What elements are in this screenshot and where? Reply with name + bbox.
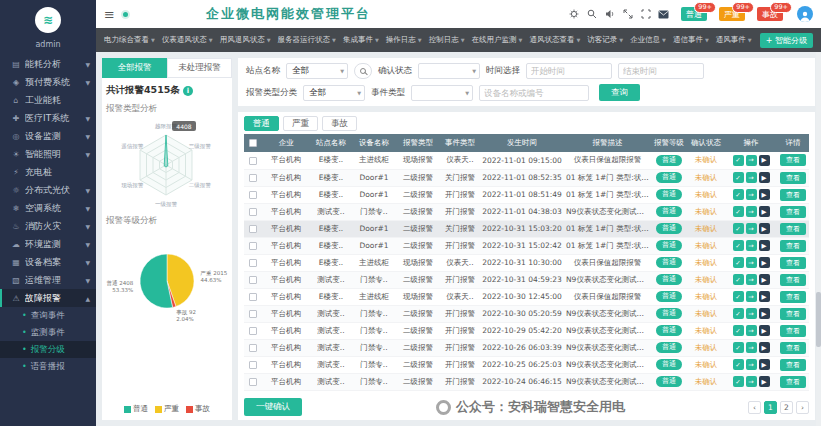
video-icon[interactable]: ▶ bbox=[759, 240, 770, 251]
view-button[interactable]: 查看 bbox=[780, 154, 806, 166]
forward-icon[interactable]: → bbox=[746, 257, 757, 268]
row-checkbox[interactable] bbox=[249, 242, 257, 250]
navbar-item-4[interactable]: 集成事件▼ bbox=[343, 35, 379, 45]
site-search-button[interactable] bbox=[354, 63, 372, 79]
row-checkbox[interactable] bbox=[249, 191, 257, 199]
video-icon[interactable]: ▶ bbox=[759, 308, 770, 319]
page-button-2[interactable]: 2 bbox=[780, 401, 793, 414]
forward-icon[interactable]: → bbox=[746, 155, 757, 166]
confirm-icon[interactable]: ✓ bbox=[733, 206, 744, 217]
row-checkbox[interactable] bbox=[249, 327, 257, 335]
confirm-icon[interactable]: ✓ bbox=[733, 325, 744, 336]
view-button[interactable]: 查看 bbox=[780, 240, 806, 252]
row-checkbox[interactable] bbox=[249, 378, 257, 386]
video-icon[interactable]: ▶ bbox=[759, 274, 770, 285]
navbar-item-3[interactable]: 服务器运行状态▼ bbox=[278, 35, 336, 45]
sidebar-item-12[interactable]: ▧运维管理▼ bbox=[0, 271, 96, 289]
menu-toggle-icon[interactable]: ≡ bbox=[104, 7, 115, 22]
gear-icon[interactable] bbox=[568, 9, 579, 20]
video-icon[interactable]: ▶ bbox=[759, 172, 770, 183]
video-icon[interactable]: ▶ bbox=[759, 189, 770, 200]
view-button[interactable]: 查看 bbox=[780, 172, 806, 184]
alarm-count-button-2[interactable]: 事故99+ bbox=[757, 7, 783, 21]
forward-icon[interactable]: → bbox=[746, 223, 757, 234]
row-checkbox[interactable] bbox=[249, 225, 257, 233]
view-button[interactable]: 查看 bbox=[780, 189, 806, 201]
confirm-icon[interactable]: ✓ bbox=[733, 240, 744, 251]
view-button[interactable]: 查看 bbox=[780, 376, 806, 388]
page-scrollbar[interactable] bbox=[816, 52, 821, 426]
expand-icon[interactable] bbox=[622, 9, 633, 20]
event-type-select[interactable]: ▼ bbox=[411, 85, 473, 101]
forward-icon[interactable]: → bbox=[746, 359, 757, 370]
severity-tab-2[interactable]: 事故 bbox=[322, 116, 357, 131]
navbar-item-6[interactable]: 控制日志▼ bbox=[429, 35, 465, 45]
prev-page-button[interactable]: ‹ bbox=[748, 401, 761, 414]
video-icon[interactable]: ▶ bbox=[759, 359, 770, 370]
sidebar-subitem-3[interactable]: •语音播报 bbox=[0, 358, 96, 375]
video-icon[interactable]: ▶ bbox=[759, 223, 770, 234]
severity-tab-1[interactable]: 严重 bbox=[283, 116, 318, 131]
row-checkbox[interactable] bbox=[249, 174, 257, 182]
view-button[interactable]: 查看 bbox=[780, 325, 806, 337]
forward-icon[interactable]: → bbox=[746, 274, 757, 285]
navbar-item-1[interactable]: 仪表通风状态▼ bbox=[162, 35, 213, 45]
sidebar-item-8[interactable]: ❄空调系统▼ bbox=[0, 199, 96, 217]
confirm-icon[interactable]: ✓ bbox=[733, 308, 744, 319]
navbar-item-8[interactable]: 通风状态查看▼ bbox=[529, 35, 580, 45]
view-button[interactable]: 查看 bbox=[780, 291, 806, 303]
sidebar-item-6[interactable]: ⚡充电桩 bbox=[0, 163, 96, 181]
row-checkbox[interactable] bbox=[249, 276, 257, 284]
sidebar-item-7[interactable]: ☼分布式光伏▼ bbox=[0, 181, 96, 199]
row-checkbox[interactable] bbox=[249, 293, 257, 301]
view-button[interactable]: 查看 bbox=[780, 206, 806, 218]
end-time-input[interactable] bbox=[618, 63, 704, 79]
sidebar-subitem-2[interactable]: •报警分级 bbox=[0, 341, 96, 358]
confirm-icon[interactable]: ✓ bbox=[733, 223, 744, 234]
sidebar-item-0[interactable]: ▤能耗分析▼ bbox=[0, 55, 96, 73]
search-icon[interactable] bbox=[586, 9, 597, 20]
avatar[interactable] bbox=[797, 6, 813, 22]
view-button[interactable]: 查看 bbox=[780, 308, 806, 320]
sidebar-item-4[interactable]: ◎设备监测▼ bbox=[0, 127, 96, 145]
forward-icon[interactable]: → bbox=[746, 172, 757, 183]
confirm-icon[interactable]: ✓ bbox=[733, 155, 744, 166]
row-checkbox[interactable] bbox=[249, 361, 257, 369]
confirm-icon[interactable]: ✓ bbox=[733, 291, 744, 302]
confirm-icon[interactable]: ✓ bbox=[733, 359, 744, 370]
severity-tab-0[interactable]: 普通 bbox=[244, 116, 279, 131]
forward-icon[interactable]: → bbox=[746, 325, 757, 336]
sidebar-item-13[interactable]: ⚠故障报警▲ bbox=[0, 289, 96, 307]
video-icon[interactable]: ▶ bbox=[759, 206, 770, 217]
row-checkbox[interactable] bbox=[249, 310, 257, 318]
confirm-icon[interactable]: ✓ bbox=[733, 189, 744, 200]
view-button[interactable]: 查看 bbox=[780, 223, 806, 235]
view-button[interactable]: 查看 bbox=[780, 342, 806, 354]
video-icon[interactable]: ▶ bbox=[759, 342, 770, 353]
sidebar-item-10[interactable]: ☁环境监测▼ bbox=[0, 235, 96, 253]
confirm-all-button[interactable]: 一键确认 bbox=[244, 398, 302, 416]
navbar-item-5[interactable]: 操作日志▼ bbox=[386, 35, 422, 45]
sidebar-item-1[interactable]: ◈预付费系统▼ bbox=[0, 73, 96, 91]
forward-icon[interactable]: → bbox=[746, 308, 757, 319]
forward-icon[interactable]: → bbox=[746, 342, 757, 353]
sidebar-item-5[interactable]: ☀智能照明▼ bbox=[0, 145, 96, 163]
navbar-item-10[interactable]: 企业信息▼ bbox=[630, 35, 666, 45]
alarm-count-button-1[interactable]: 严重99+ bbox=[719, 7, 745, 21]
row-checkbox[interactable] bbox=[249, 208, 257, 216]
mail-icon[interactable] bbox=[658, 9, 669, 20]
view-button[interactable]: 查看 bbox=[780, 257, 806, 269]
navbar-item-12[interactable]: 通风事件▼ bbox=[716, 35, 752, 45]
video-icon[interactable]: ▶ bbox=[759, 325, 770, 336]
forward-icon[interactable]: → bbox=[746, 240, 757, 251]
navbar-item-11[interactable]: 通信事件▼ bbox=[673, 35, 709, 45]
view-button[interactable]: 查看 bbox=[780, 274, 806, 286]
navbar-item-9[interactable]: 访客记录▼ bbox=[587, 35, 623, 45]
forward-icon[interactable]: → bbox=[746, 189, 757, 200]
sidebar-item-2[interactable]: ⌂工业能耗 bbox=[0, 91, 96, 109]
row-checkbox[interactable] bbox=[249, 157, 257, 165]
video-icon[interactable]: ▶ bbox=[759, 376, 770, 387]
sidebar-item-9[interactable]: ♨消防火灾▼ bbox=[0, 217, 96, 235]
next-page-button[interactable]: › bbox=[796, 401, 809, 414]
navbar-item-7[interactable]: 在线用户监测▼ bbox=[472, 35, 523, 45]
